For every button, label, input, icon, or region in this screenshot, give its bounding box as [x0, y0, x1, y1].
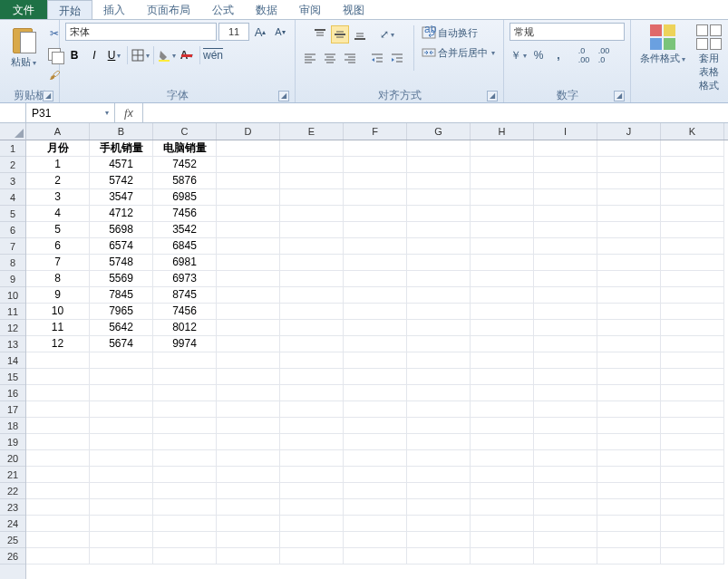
- cell[interactable]: [217, 255, 280, 271]
- cell[interactable]: [534, 532, 597, 548]
- row-header[interactable]: 4: [0, 189, 25, 206]
- cell[interactable]: [534, 140, 597, 157]
- cell[interactable]: [217, 140, 280, 157]
- cell[interactable]: [344, 320, 407, 336]
- row-header[interactable]: 9: [0, 271, 25, 287]
- cell[interactable]: [597, 222, 661, 238]
- cell[interactable]: 7845: [90, 287, 153, 304]
- cell[interactable]: [471, 401, 534, 418]
- cell[interactable]: [471, 255, 534, 271]
- cell[interactable]: [217, 336, 280, 352]
- cell[interactable]: 6985: [153, 189, 217, 206]
- cell[interactable]: [597, 173, 661, 189]
- cell[interactable]: [597, 352, 661, 369]
- cell[interactable]: 5748: [90, 255, 153, 271]
- cell[interactable]: [280, 401, 344, 418]
- cell[interactable]: [407, 238, 471, 255]
- cell[interactable]: [661, 467, 724, 483]
- cell[interactable]: 6973: [153, 271, 217, 287]
- cell[interactable]: [90, 532, 153, 548]
- cell[interactable]: 12: [26, 336, 90, 352]
- cell[interactable]: [280, 271, 344, 287]
- cell[interactable]: [90, 385, 153, 401]
- cell[interactable]: [407, 467, 471, 483]
- align-top-button[interactable]: [311, 25, 329, 43]
- select-all-corner[interactable]: [0, 123, 26, 140]
- bold-button[interactable]: B: [65, 46, 83, 64]
- cell[interactable]: [534, 369, 597, 385]
- cell[interactable]: 电脑销量: [153, 140, 217, 157]
- column-header[interactable]: A: [26, 123, 90, 140]
- cell[interactable]: [597, 483, 661, 499]
- cell[interactable]: [661, 189, 724, 206]
- cell[interactable]: [217, 385, 280, 401]
- cell[interactable]: [471, 418, 534, 434]
- align-center-button[interactable]: [321, 49, 339, 67]
- row-header[interactable]: 3: [0, 173, 25, 189]
- cell[interactable]: [407, 320, 471, 336]
- cell[interactable]: [597, 418, 661, 434]
- row-header[interactable]: 21: [0, 467, 25, 483]
- cell[interactable]: 7452: [153, 157, 217, 173]
- column-header[interactable]: B: [90, 123, 153, 140]
- cell[interactable]: [407, 287, 471, 304]
- cell[interactable]: [534, 157, 597, 173]
- cell[interactable]: [217, 173, 280, 189]
- cell[interactable]: 6981: [153, 255, 217, 271]
- cell[interactable]: 7456: [153, 206, 217, 222]
- cell[interactable]: [217, 222, 280, 238]
- cell[interactable]: [344, 238, 407, 255]
- row-header[interactable]: 11: [0, 304, 25, 320]
- cell[interactable]: [344, 516, 407, 532]
- cell[interactable]: [471, 173, 534, 189]
- cell[interactable]: [407, 548, 471, 565]
- cell[interactable]: 3542: [153, 222, 217, 238]
- cell[interactable]: [471, 532, 534, 548]
- increase-indent-button[interactable]: [388, 49, 406, 67]
- cell[interactable]: [26, 434, 90, 450]
- cell[interactable]: [407, 255, 471, 271]
- cell[interactable]: [597, 467, 661, 483]
- cell[interactable]: [217, 483, 280, 499]
- cell[interactable]: 9974: [153, 336, 217, 352]
- cell[interactable]: [471, 238, 534, 255]
- cell[interactable]: [26, 401, 90, 418]
- wrap-text-button[interactable]: ab 自动换行: [422, 25, 478, 40]
- cell[interactable]: [661, 157, 724, 173]
- row-header[interactable]: 6: [0, 222, 25, 238]
- row-header[interactable]: 19: [0, 434, 25, 450]
- cell[interactable]: [597, 287, 661, 304]
- cell[interactable]: [217, 401, 280, 418]
- cell[interactable]: 9: [26, 287, 90, 304]
- cell[interactable]: [534, 548, 597, 565]
- cell[interactable]: [153, 369, 217, 385]
- cell[interactable]: [217, 287, 280, 304]
- cell[interactable]: [153, 483, 217, 499]
- cell[interactable]: [661, 352, 724, 369]
- cell[interactable]: [344, 336, 407, 352]
- cell[interactable]: [280, 548, 344, 565]
- cell[interactable]: [26, 418, 90, 434]
- cell[interactable]: [534, 222, 597, 238]
- cell[interactable]: [280, 385, 344, 401]
- cell[interactable]: [26, 548, 90, 565]
- cell[interactable]: 1: [26, 157, 90, 173]
- cell[interactable]: [90, 352, 153, 369]
- column-header[interactable]: F: [344, 123, 407, 140]
- cell[interactable]: [471, 336, 534, 352]
- row-header[interactable]: 2: [0, 157, 25, 173]
- cell[interactable]: [471, 467, 534, 483]
- cell[interactable]: [344, 450, 407, 467]
- column-header[interactable]: C: [153, 123, 217, 140]
- cell[interactable]: [534, 320, 597, 336]
- cell[interactable]: [90, 434, 153, 450]
- cell[interactable]: [153, 450, 217, 467]
- increase-font-button[interactable]: A▴: [251, 23, 269, 41]
- cell[interactable]: [407, 352, 471, 369]
- fill-color-button[interactable]: [158, 46, 176, 64]
- row-header[interactable]: 15: [0, 369, 25, 385]
- cell[interactable]: [153, 352, 217, 369]
- cell[interactable]: [280, 483, 344, 499]
- cell[interactable]: [471, 450, 534, 467]
- cell[interactable]: [153, 418, 217, 434]
